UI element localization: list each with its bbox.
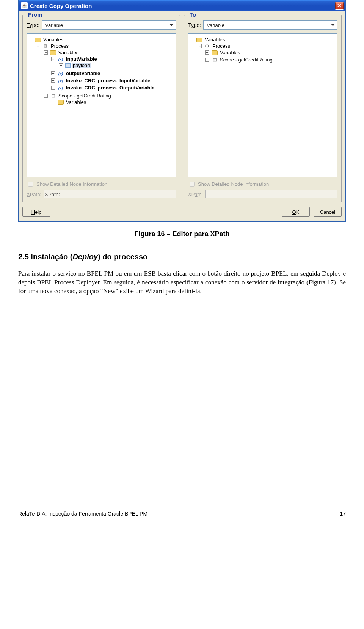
- expand-icon[interactable]: +: [205, 58, 209, 62]
- expand-icon[interactable]: +: [51, 86, 55, 90]
- figure-caption: Figura 16 – Editor para XPath: [18, 230, 346, 238]
- to-xpath-input[interactable]: [205, 190, 337, 198]
- tree-node-variables[interactable]: +Variables: [205, 49, 336, 56]
- to-tree[interactable]: Variables −Process +Variables: [188, 33, 337, 177]
- gear-icon: [204, 44, 210, 49]
- from-show-detail-checkbox[interactable]: [28, 182, 33, 187]
- folder-icon: [58, 100, 64, 105]
- variable-icon: [58, 71, 64, 76]
- from-legend: From: [27, 11, 44, 18]
- from-type-select[interactable]: Variable: [42, 20, 176, 30]
- expand-icon[interactable]: +: [51, 78, 55, 83]
- app-icon: ☕: [21, 2, 28, 9]
- tree-node-inputvariable[interactable]: −inputVariable +payload: [51, 55, 174, 70]
- to-xpath-label: XPath:: [188, 191, 203, 197]
- to-panel: To Type: Variable Variables: [184, 15, 342, 202]
- collapse-icon[interactable]: −: [44, 94, 48, 98]
- tree-node-invoke-output[interactable]: +Invoke_CRC_process_OutputVariable: [51, 84, 174, 91]
- tree-node-variables-root[interactable]: Variables −Process −Variables: [28, 36, 174, 108]
- to-type-value: Variable: [207, 22, 224, 28]
- page-footer: RelaTe-DIA: Inspeção da Ferramenta Oracl…: [18, 508, 346, 517]
- body-paragraph: Para instalar o serviço no BPEL PM ou em…: [18, 270, 346, 296]
- expand-icon[interactable]: +: [59, 63, 63, 67]
- from-show-detail-label: Show Detailed Node Information: [36, 181, 107, 187]
- chevron-down-icon: [169, 24, 173, 26]
- expand-icon[interactable]: +: [51, 71, 55, 75]
- footer-left: RelaTe-DIA: Inspeção da Ferramenta Oracl…: [18, 511, 147, 517]
- tree-node-scope[interactable]: −Scope - getCreditRating Variables: [44, 92, 174, 107]
- variable-icon: [58, 78, 64, 83]
- scope-icon: [50, 93, 56, 99]
- to-type-label: Type:: [188, 22, 201, 28]
- folder-icon: [196, 38, 202, 42]
- scope-icon: [212, 57, 218, 63]
- folder-icon: [212, 50, 218, 55]
- folder-icon: [35, 38, 41, 42]
- from-panel: From TType:ype: Variable Variables: [22, 15, 180, 202]
- collapse-icon[interactable]: −: [44, 50, 48, 55]
- from-type-label: TType:ype:: [27, 22, 39, 28]
- tree-node-scope[interactable]: +Scope - getCreditRating: [205, 56, 336, 63]
- dialog-body: From TType:ype: Variable Variables: [19, 11, 345, 221]
- variable-icon: [58, 85, 64, 91]
- help-button[interactable]: Help: [22, 207, 50, 217]
- collapse-icon[interactable]: −: [198, 44, 202, 48]
- tree-node-scope-vars[interactable]: Variables: [51, 99, 174, 106]
- window-title: Create Copy Operation: [30, 3, 92, 9]
- close-icon[interactable]: ✕: [335, 2, 344, 10]
- tree-node-invoke-input[interactable]: +Invoke_CRC_process_InputVariable: [51, 77, 174, 84]
- ok-button[interactable]: OK: [282, 207, 310, 217]
- variable-icon: [58, 56, 64, 62]
- to-type-select[interactable]: Variable: [203, 20, 337, 30]
- cancel-button[interactable]: Cancel: [314, 207, 342, 217]
- tree-node-variables-root[interactable]: Variables −Process +Variables: [190, 36, 336, 65]
- from-type-value: Variable: [45, 22, 63, 28]
- titlebar[interactable]: ☕ Create Copy Operation ✕: [19, 0, 345, 11]
- tree-node-payload[interactable]: +payload: [59, 62, 174, 69]
- dialog-window: ☕ Create Copy Operation ✕ From TType:ype…: [18, 0, 346, 222]
- section-heading: 2.5 Instalação (Deploy) do processo: [18, 253, 346, 261]
- folder-open-icon: [50, 50, 56, 55]
- collapse-icon[interactable]: −: [51, 57, 55, 61]
- to-show-detail-label: Show Detailed Node Information: [198, 181, 269, 187]
- tree-node-process[interactable]: −Process +Variables +Scope - getCreditRa…: [198, 42, 336, 64]
- expand-icon[interactable]: +: [205, 50, 209, 55]
- to-show-detail-checkbox[interactable]: [190, 182, 195, 187]
- collapse-icon[interactable]: −: [36, 44, 40, 48]
- to-legend: To: [188, 11, 198, 18]
- tree-node-process[interactable]: −Process −Variables −inputVariable: [36, 42, 174, 107]
- tree-node-outputvariable[interactable]: +outputVariable: [51, 70, 174, 77]
- from-tree[interactable]: Variables −Process −Variables: [27, 33, 176, 177]
- tree-node-variables[interactable]: −Variables −inputVariable +payload: [44, 49, 174, 92]
- chevron-down-icon: [331, 24, 335, 26]
- from-xpath-label: XPath:: [27, 191, 41, 197]
- gear-icon: [42, 44, 49, 49]
- footer-page-number: 17: [340, 511, 346, 517]
- element-icon: [65, 63, 71, 68]
- from-xpath-input[interactable]: [44, 190, 176, 198]
